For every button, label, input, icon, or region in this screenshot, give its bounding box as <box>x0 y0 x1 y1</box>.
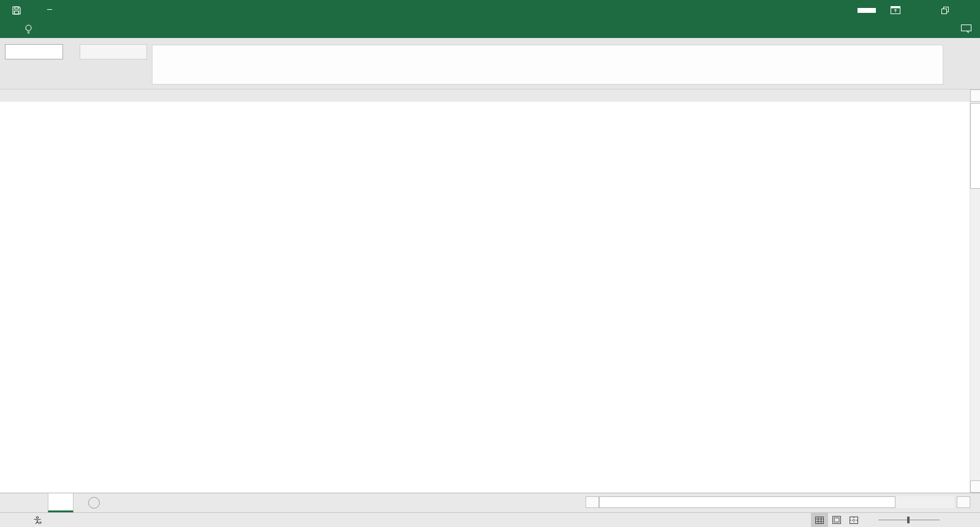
sheet-navigation <box>0 493 37 512</box>
zoom-slider-thumb[interactable] <box>907 517 910 523</box>
accessibility-icon <box>33 516 42 525</box>
customize-qat-icon <box>47 9 52 10</box>
page-layout-icon <box>832 516 841 524</box>
formula-strip <box>0 38 980 89</box>
horizontal-scrollbar[interactable] <box>599 496 954 508</box>
comment-bubble-icon <box>961 25 971 33</box>
scroll-left-button[interactable] <box>586 496 599 508</box>
ribbon-tab-bar <box>0 20 980 38</box>
customize-qat-button[interactable] <box>47 9 52 11</box>
statusbar-right <box>811 513 980 527</box>
zoom-slider[interactable] <box>878 513 940 527</box>
restore-button[interactable] <box>935 0 956 20</box>
feedback-button[interactable] <box>961 25 971 36</box>
normal-view-icon <box>815 517 824 524</box>
page-break-preview-button[interactable] <box>845 513 862 527</box>
status-bar <box>0 512 980 527</box>
horizontal-scrollbar-thumb[interactable] <box>599 496 895 508</box>
tell-me-box[interactable] <box>24 25 37 34</box>
page-layout-view-button[interactable] <box>828 513 845 527</box>
accessibility-checker-button[interactable] <box>33 516 45 525</box>
excel-window <box>0 0 980 527</box>
sheet-tab-strip <box>0 493 980 512</box>
vertical-scrollbar[interactable] <box>970 89 980 493</box>
title-bar <box>0 0 980 20</box>
sheet-tab-planilha1[interactable] <box>48 493 74 512</box>
normal-view-button[interactable] <box>811 513 828 527</box>
minimize-button[interactable] <box>914 0 935 20</box>
close-button[interactable] <box>956 0 976 20</box>
name-box[interactable] <box>5 44 63 59</box>
page-break-preview-icon <box>850 517 858 524</box>
save-button[interactable] <box>12 6 21 15</box>
ribbon-display-options-button[interactable] <box>891 6 900 14</box>
scroll-up-button[interactable] <box>970 89 980 102</box>
save-icon <box>12 6 21 15</box>
vertical-scrollbar-thumb[interactable] <box>970 103 980 189</box>
new-sheet-button[interactable] <box>88 497 100 509</box>
scroll-down-button[interactable] <box>970 480 980 493</box>
sign-in-button[interactable] <box>858 8 876 13</box>
quick-access-toolbar <box>0 6 52 15</box>
scroll-right-button[interactable] <box>957 496 970 508</box>
lightbulb-icon <box>24 25 32 34</box>
restore-icon <box>941 7 949 14</box>
formula-buttons <box>80 44 147 59</box>
ribbon-display-options-icon <box>891 6 900 14</box>
window-controls <box>858 0 980 20</box>
grid-body <box>0 102 970 493</box>
formula-bar-input[interactable] <box>152 45 943 85</box>
worksheet-area <box>0 89 980 493</box>
column-headers <box>0 89 970 102</box>
